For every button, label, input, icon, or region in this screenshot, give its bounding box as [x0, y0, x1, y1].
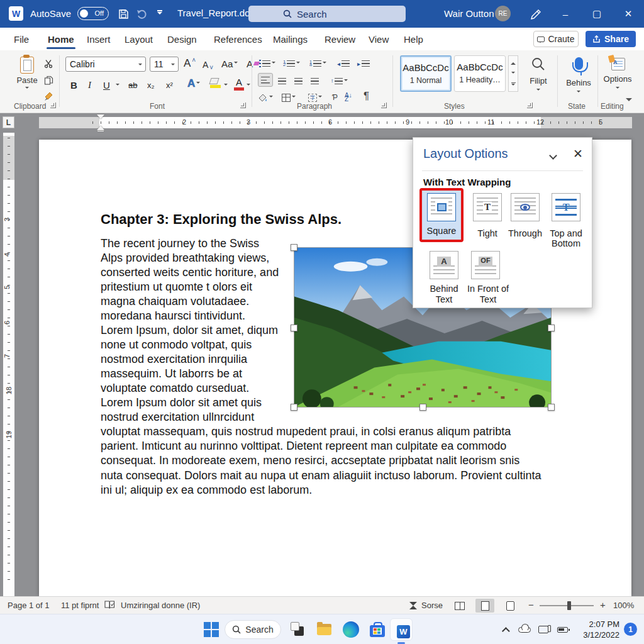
cut-button[interactable]: [44, 57, 53, 70]
focus-icon[interactable]: [409, 602, 418, 609]
wrap-infront-button[interactable]: OF: [471, 251, 500, 279]
options-button[interactable]: A Options: [601, 55, 634, 92]
text-effects-button[interactable]: A: [187, 77, 200, 91]
zoom-level[interactable]: 100%: [613, 601, 634, 610]
onedrive-tray-button[interactable]: [516, 621, 533, 638]
wrap-behind-button[interactable]: A: [430, 251, 458, 279]
popup-close-icon[interactable]: ✕: [573, 147, 583, 161]
clear-formatting-button[interactable]: A: [247, 57, 259, 70]
tab-view[interactable]: View: [367, 28, 390, 50]
shading-button[interactable]: [258, 91, 273, 104]
borders-button[interactable]: [282, 91, 296, 104]
focus-label[interactable]: Sorse: [421, 601, 443, 610]
increase-indent-button[interactable]: ▸: [357, 57, 370, 70]
quick-access-customize-icon[interactable]: [157, 12, 162, 17]
tab-help[interactable]: Help: [402, 28, 425, 50]
comments-button[interactable]: Craute: [533, 31, 579, 47]
task-view-button[interactable]: [289, 621, 307, 638]
superscript-button[interactable]: x²: [166, 78, 173, 92]
tab-review[interactable]: Review: [323, 28, 357, 50]
titlebar-search[interactable]: Search: [248, 6, 406, 22]
tab-references[interactable]: References: [213, 28, 264, 50]
close-button[interactable]: ✕: [614, 0, 643, 28]
clock[interactable]: 2:07 PM 3/12/2022: [569, 619, 619, 640]
change-case-button[interactable]: Aa: [221, 57, 238, 70]
print-layout-button[interactable]: [475, 599, 494, 613]
read-mode-button[interactable]: [450, 599, 469, 613]
tab-design[interactable]: Design: [166, 28, 198, 50]
underline-caret-icon[interactable]: [116, 84, 119, 87]
devices-tray-button[interactable]: [535, 621, 552, 638]
avatar[interactable]: RE: [495, 6, 511, 21]
zoom-slider-track[interactable]: [540, 605, 594, 606]
style-normal[interactable]: AaBbCcDc 1 Normal: [400, 55, 452, 92]
align-center-button[interactable]: [278, 74, 286, 88]
tab-selector[interactable]: L: [3, 116, 14, 128]
minimize-button[interactable]: –: [551, 0, 580, 28]
font-dialog-launcher-icon[interactable]: [240, 103, 246, 108]
align-right-button[interactable]: [294, 74, 303, 88]
styles-scroll-up-icon[interactable]: [511, 60, 516, 65]
language-indicator[interactable]: Umziringal donne (IR): [121, 601, 200, 610]
dictate-button[interactable]: Behins: [562, 55, 595, 96]
styles-scroll-down-icon[interactable]: [511, 72, 515, 75]
decrease-indent-button[interactable]: ◂: [337, 57, 350, 70]
word-taskbar-button[interactable]: W: [392, 621, 410, 638]
shrink-font-button[interactable]: A˅: [203, 58, 213, 72]
styles-dialog-launcher-icon[interactable]: [527, 103, 533, 108]
resize-handle-w[interactable]: [291, 325, 297, 331]
show-marks-small-button[interactable]: Ƥ: [332, 91, 338, 104]
save-icon[interactable]: [117, 8, 130, 20]
multilevel-list-button[interactable]: 1a: [309, 57, 326, 70]
account-name[interactable]: Wair Outton: [444, 8, 494, 19]
resize-handle-sw[interactable]: [291, 404, 297, 411]
wrap-tight-button[interactable]: T: [473, 193, 502, 221]
taskbar-search[interactable]: Search: [225, 620, 281, 639]
paste-button[interactable]: Paste: [11, 55, 43, 97]
highlight-button[interactable]: [210, 78, 221, 88]
file-explorer-button[interactable]: [316, 621, 333, 638]
battery-tray-button[interactable]: [553, 621, 571, 638]
justify-button[interactable]: [311, 74, 319, 88]
subscript-button[interactable]: x₂: [147, 78, 155, 92]
sort-button[interactable]: A↓Z: [345, 91, 352, 104]
word-count[interactable]: 11 pt fiprnt: [61, 601, 99, 610]
resize-handle-s[interactable]: [419, 404, 426, 411]
paragraph-dialog-launcher-icon[interactable]: [381, 103, 387, 108]
styles-more-icon[interactable]: [511, 82, 516, 88]
page-indicator[interactable]: Page 1 of 1: [8, 601, 50, 610]
font-color-caret-icon[interactable]: [247, 84, 250, 87]
resize-handle-e[interactable]: [548, 325, 555, 331]
tab-insert[interactable]: Insert: [86, 28, 112, 50]
start-button[interactable]: [203, 621, 220, 638]
zoom-slider-thumb[interactable]: [567, 601, 571, 610]
grow-font-button[interactable]: A˄: [184, 57, 196, 70]
inking-pen-icon[interactable]: [530, 8, 542, 20]
zoom-out-button[interactable]: −: [528, 599, 534, 610]
maximize-button[interactable]: ▢: [582, 0, 611, 28]
autosave-toggle[interactable]: Off: [77, 7, 109, 20]
undo-icon[interactable]: [136, 8, 148, 20]
notification-badge[interactable]: 1: [624, 623, 637, 636]
pilcrow-button[interactable]: ¶: [364, 89, 369, 103]
document-filename[interactable]: Travel_Report.docx: [177, 8, 259, 18]
bullets-button[interactable]: [259, 57, 275, 70]
styles-gallery-scroll[interactable]: [508, 55, 518, 92]
proofing-icon[interactable]: [104, 600, 115, 610]
font-name-combo[interactable]: Calibri: [65, 57, 146, 72]
strikethrough-button[interactable]: ab: [128, 78, 137, 92]
line-spacing-button[interactable]: ↕: [331, 74, 348, 88]
vertical-ruler[interactable]: 3 4 5 6 7 18 19: [3, 133, 14, 596]
horizontal-ruler[interactable]: 2 3 6 9 10 11 12 5: [39, 117, 632, 128]
popup-collapse-icon[interactable]: [549, 152, 557, 160]
bold-button[interactable]: B: [70, 78, 77, 92]
collapse-ribbon-icon[interactable]: [626, 98, 632, 104]
format-painter-button[interactable]: [44, 89, 54, 103]
store-button[interactable]: [369, 621, 386, 638]
indent-marker[interactable]: [97, 114, 104, 131]
tab-mailings[interactable]: Mailings: [272, 28, 309, 50]
tab-file[interactable]: File: [13, 28, 30, 50]
find-button[interactable]: Filipt: [522, 55, 555, 94]
underline-button[interactable]: U: [103, 78, 110, 92]
clipboard-dialog-launcher-icon[interactable]: [50, 103, 56, 108]
